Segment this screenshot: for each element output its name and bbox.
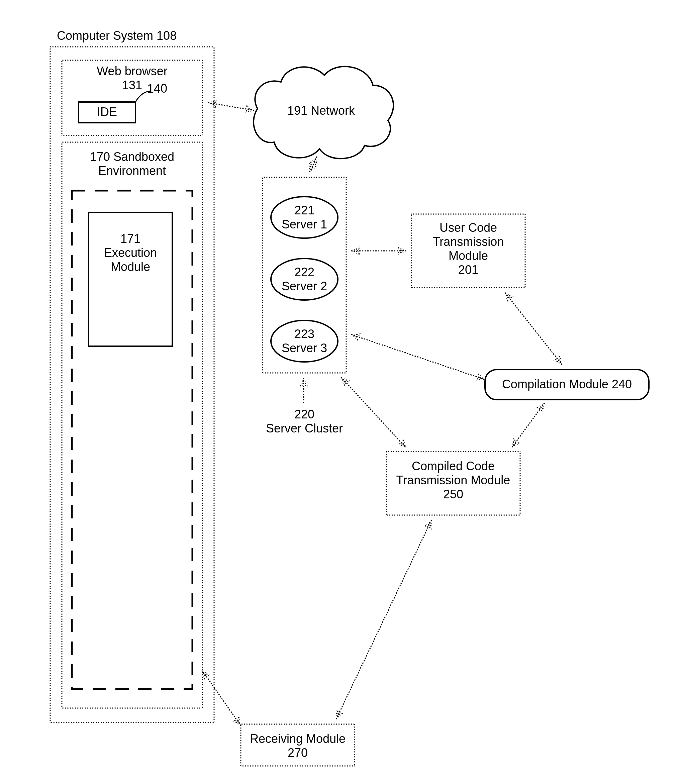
conn-browser-cloud [208, 103, 254, 110]
server3-l1: 223 [271, 327, 338, 341]
network-label: 191 Network [274, 104, 368, 117]
conn-compiled-receiving [336, 520, 432, 719]
web-browser-label-l2: 131 [62, 78, 202, 92]
conn-cloud-cluster [310, 156, 317, 172]
ide-ref: 140 [147, 81, 177, 95]
compiled-l2: Transmission Module [386, 473, 520, 487]
conn-cluster-compiled [341, 377, 407, 448]
compiled-l1: Compiled Code [386, 459, 520, 473]
compiled-l3: 250 [386, 487, 520, 501]
web-browser-label-l1: Web browser [62, 64, 202, 78]
sandbox-label-l1: 170 Sandboxed [62, 150, 202, 164]
server2-l2: Server 2 [271, 279, 338, 293]
receiving-l1: Receiving Module [241, 732, 355, 745]
cluster-caption-l1: 220 [268, 407, 341, 421]
receiving-l2: 270 [241, 746, 355, 760]
server1-l1: 221 [271, 203, 338, 217]
server1-l2: Server 1 [271, 218, 338, 231]
server2-l1: 222 [271, 265, 338, 279]
conn-compilation-compiled [512, 403, 544, 448]
compilation-label: Compilation Module 240 [485, 377, 649, 391]
computer-system-title: Computer System 108 [57, 29, 207, 42]
computer-system-box [50, 47, 214, 723]
usercode-l2: Transmission [411, 235, 525, 249]
usercode-l1: User Code [411, 221, 525, 235]
exec-label-l1: 171 [89, 232, 172, 246]
server3-l2: Server 3 [271, 341, 338, 355]
conn-usercode-compilation [505, 293, 562, 365]
exec-label-l3: Module [89, 260, 172, 274]
exec-label-l2: Execution [89, 246, 172, 260]
ide-label: IDE [78, 105, 136, 119]
sandbox-box [62, 142, 202, 708]
sandbox-label-l2: Environment [62, 164, 202, 178]
conn-cluster-compilation [351, 335, 485, 380]
cluster-caption-l2: Server Cluster [247, 421, 361, 435]
usercode-l4: 201 [411, 263, 525, 277]
usercode-l3: Module [411, 249, 525, 263]
conn-receiving-sandbox [202, 671, 241, 726]
